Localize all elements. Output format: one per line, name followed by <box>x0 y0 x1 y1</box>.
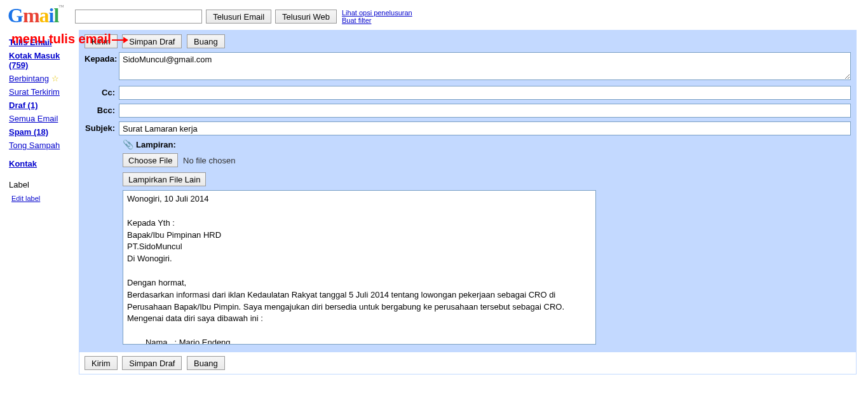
sidebar-drafts[interactable]: Draf (1) <box>9 100 75 110</box>
sidebar-contacts[interactable]: Kontak <box>9 159 75 168</box>
annotation-label: menu tulis email <box>11 32 128 46</box>
sidebar-label-header: Label <box>9 180 75 189</box>
no-file-text: No file chosen <box>183 156 235 165</box>
sidebar: Tulis Email Kotak Masuk (759) Berbintang… <box>0 29 78 203</box>
sidebar-edit-label[interactable]: Edit label <box>11 195 40 202</box>
paperclip-icon: 📎 <box>123 139 133 149</box>
attach-more-button[interactable]: Lampirkan File Lain <box>123 172 206 186</box>
sidebar-trash[interactable]: Tong Sampah <box>9 141 75 150</box>
discard-button-top[interactable]: Buang <box>187 34 225 48</box>
choose-file-button[interactable]: Choose File <box>123 153 178 167</box>
search-links: Lihat opsi penelusuran Buat filter <box>342 9 412 24</box>
cc-field[interactable] <box>119 86 851 100</box>
subject-field[interactable] <box>119 121 851 135</box>
svg-marker-1 <box>123 37 128 43</box>
create-filter-link[interactable]: Buat filter <box>342 17 412 24</box>
sidebar-spam[interactable]: Spam (18) <box>9 127 75 137</box>
star-icon: ☆ <box>51 74 59 83</box>
save-draft-button-top[interactable]: Simpan Draf <box>122 34 182 48</box>
sidebar-starred[interactable]: Berbintang <box>9 74 49 83</box>
subject-label: Subjek: <box>85 121 119 133</box>
sidebar-inbox[interactable]: Kotak Masuk (759) <box>9 51 75 70</box>
save-draft-button-bottom[interactable]: Simpan Draf <box>122 356 182 370</box>
attachment-label: Lampiran: <box>136 140 176 149</box>
bcc-label: Bcc: <box>85 104 119 115</box>
cc-label: Cc: <box>85 86 119 97</box>
search-options-link[interactable]: Lihat opsi penelusuran <box>342 9 412 17</box>
send-button-bottom[interactable]: Kirim <box>85 356 118 370</box>
sidebar-sent[interactable]: Surat Terkirim <box>9 87 75 97</box>
bcc-field[interactable] <box>119 104 851 118</box>
bottom-action-row: Kirim Simpan Draf Buang <box>79 352 856 374</box>
top-action-row: Kirim Simpan Draf Buang <box>79 31 856 52</box>
sidebar-all-mail[interactable]: Semua Email <box>9 114 75 123</box>
to-field[interactable] <box>119 52 851 80</box>
search-email-button[interactable]: Telusuri Email <box>206 10 271 24</box>
header: Gmail™ Telusuri Email Telusuri Web Lihat… <box>0 0 868 29</box>
search-input[interactable] <box>75 10 202 24</box>
search-row: Telusuri Email Telusuri Web Lihat opsi p… <box>75 9 412 24</box>
gmail-logo: Gmail™ <box>8 4 64 27</box>
to-label: Kepada: <box>85 52 119 64</box>
discard-button-bottom[interactable]: Buang <box>187 356 225 370</box>
compose-panel: Kirim Simpan Draf Buang Kepada: Cc: Bcc:… <box>79 30 857 374</box>
message-body[interactable] <box>123 190 596 345</box>
arrow-icon <box>112 36 128 45</box>
search-web-button[interactable]: Telusuri Web <box>275 10 337 24</box>
